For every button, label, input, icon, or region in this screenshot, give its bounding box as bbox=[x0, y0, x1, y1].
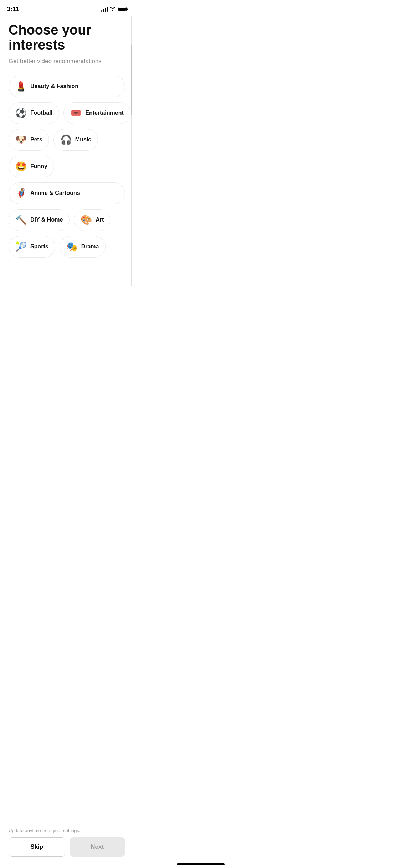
beauty-fashion-label: Beauty & Fashion bbox=[30, 83, 78, 89]
signal-icon bbox=[101, 7, 108, 12]
battery-icon bbox=[118, 7, 127, 11]
art-label: Art bbox=[96, 217, 104, 223]
chip-anime-cartoons[interactable]: 🦸 Anime & Cartoons bbox=[9, 182, 125, 204]
entertainment-icon: 🎟️ bbox=[70, 108, 82, 119]
page-title: Choose yourinterests bbox=[9, 23, 125, 53]
chip-drama[interactable]: 🎭 Drama bbox=[60, 236, 106, 258]
status-bar: 3:11 bbox=[0, 0, 134, 16]
interests-row-5: 🔨 DIY & Home 🎨 Art bbox=[9, 209, 125, 231]
sports-label: Sports bbox=[30, 243, 48, 250]
pets-label: Pets bbox=[30, 136, 42, 143]
football-label: Football bbox=[30, 110, 52, 116]
chip-diy-home[interactable]: 🔨 DIY & Home bbox=[9, 209, 70, 231]
interests-row-6: 🎾 Sports 🎭 Drama bbox=[9, 236, 125, 258]
scrollbar-thumb bbox=[131, 44, 132, 115]
anime-cartoons-icon: 🦸 bbox=[15, 188, 27, 199]
music-label: Music bbox=[75, 136, 91, 143]
sports-icon: 🎾 bbox=[15, 241, 27, 252]
status-time: 3:11 bbox=[7, 6, 19, 13]
wifi-icon bbox=[110, 6, 115, 12]
interests-row-3: 🤩 Funny bbox=[9, 156, 125, 177]
diy-home-label: DIY & Home bbox=[30, 217, 63, 223]
interests-row-4: 🦸 Anime & Cartoons bbox=[9, 182, 125, 204]
interests-row-1: ⚽ Football 🎟️ Entertainment bbox=[9, 102, 125, 124]
funny-label: Funny bbox=[30, 163, 47, 170]
interests-row-2: 🐶 Pets 🎧 Music bbox=[9, 129, 125, 151]
interests-row-0: 💄 Beauty & Fashion bbox=[9, 76, 125, 97]
page-subtitle: Get better video recommendations bbox=[9, 58, 125, 65]
chip-funny[interactable]: 🤩 Funny bbox=[9, 156, 54, 177]
drama-icon: 🎭 bbox=[66, 241, 78, 252]
chip-entertainment[interactable]: 🎟️ Entertainment bbox=[63, 102, 130, 124]
pets-icon: 🐶 bbox=[15, 134, 27, 145]
beauty-fashion-icon: 💄 bbox=[15, 81, 27, 92]
football-icon: ⚽ bbox=[15, 108, 27, 119]
chip-pets[interactable]: 🐶 Pets bbox=[9, 129, 49, 151]
main-content: Choose yourinterests Get better video re… bbox=[0, 16, 134, 315]
anime-cartoons-label: Anime & Cartoons bbox=[30, 190, 80, 196]
interests-grid: 💄 Beauty & Fashion ⚽ Football 🎟️ Enterta… bbox=[9, 76, 125, 258]
diy-home-icon: 🔨 bbox=[15, 215, 27, 226]
chip-sports[interactable]: 🎾 Sports bbox=[9, 236, 55, 258]
drama-label: Drama bbox=[81, 243, 99, 250]
chip-beauty-fashion[interactable]: 💄 Beauty & Fashion bbox=[9, 76, 125, 97]
chip-football[interactable]: ⚽ Football bbox=[9, 102, 59, 124]
entertainment-label: Entertainment bbox=[85, 110, 124, 116]
chip-music[interactable]: 🎧 Music bbox=[53, 129, 98, 151]
funny-icon: 🤩 bbox=[15, 161, 27, 172]
chip-art[interactable]: 🎨 Art bbox=[74, 209, 110, 231]
art-icon: 🎨 bbox=[81, 215, 92, 226]
status-icons bbox=[101, 6, 127, 12]
scrollbar-track[interactable] bbox=[131, 16, 132, 286]
music-icon: 🎧 bbox=[60, 134, 72, 145]
